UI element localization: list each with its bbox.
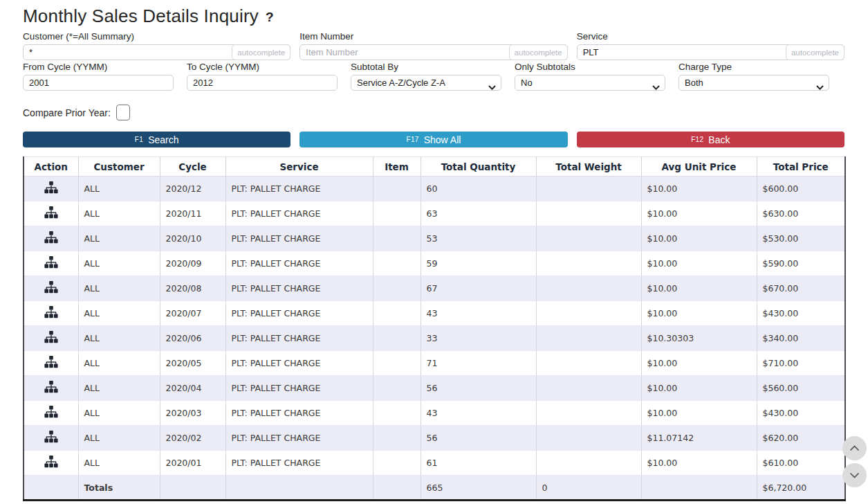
chevron-down-icon	[849, 470, 860, 480]
customer-cell: ALL	[78, 426, 160, 451]
drill-down-button[interactable]	[40, 354, 62, 372]
only-subtotals-field-group: Only Subtotals No	[515, 62, 665, 91]
to-cycle-input[interactable]	[187, 75, 338, 91]
total-weight-cell	[536, 251, 641, 276]
drill-down-button[interactable]	[40, 454, 62, 471]
total-weight-cell	[536, 201, 641, 226]
item-cell	[373, 326, 421, 351]
avg-unit-price-cell: $11.07142	[641, 426, 757, 451]
totals-action-cell	[24, 476, 78, 501]
avg-unit-price-cell: $10.00	[641, 401, 757, 426]
avg-unit-price-cell: $10.30303	[641, 326, 757, 351]
cycle-cell: 2020/03	[160, 401, 225, 426]
compare-prior-year-label: Compare Prior Year:	[23, 107, 111, 118]
drill-down-button[interactable]	[40, 429, 62, 447]
totals-service-cell	[225, 476, 373, 501]
total-quantity-cell: 59	[421, 251, 536, 276]
action-cell	[24, 251, 78, 276]
back-button-label: Back	[708, 134, 730, 145]
customer-field-group: Customer (*=All Summary) autocomplete	[23, 31, 290, 60]
sitemap-icon	[44, 210, 58, 221]
page-title: Monthly Sales Details Inquiry	[23, 6, 259, 27]
service-label: Service	[577, 31, 844, 42]
total-weight-cell	[536, 451, 641, 476]
scroll-down-button[interactable]	[842, 463, 867, 487]
page-header: Monthly Sales Details Inquiry ?	[23, 4, 844, 28]
total-price-cell: $600.00	[757, 177, 845, 201]
avg-unit-price-cell: $10.00	[641, 276, 757, 301]
only-subtotals-select[interactable]: No	[515, 75, 665, 91]
back-fkey: F12	[691, 136, 703, 143]
subtotal-by-label: Subtotal By	[351, 62, 501, 73]
drill-down-button[interactable]	[40, 255, 62, 272]
customer-cell: ALL	[78, 251, 160, 276]
total-weight-cell	[536, 226, 641, 251]
cycle-cell: 2020/04	[160, 376, 225, 401]
totals-item-cell	[373, 476, 421, 501]
charge-type-select[interactable]: Both	[678, 75, 829, 91]
to-cycle-label: To Cycle (YYMM)	[187, 62, 338, 73]
cycle-cell: 2020/11	[160, 201, 225, 226]
total-quantity-cell: 60	[421, 177, 536, 201]
from-cycle-input[interactable]	[23, 75, 174, 91]
service-cell: PLT: PALLET CHARGE	[225, 301, 373, 326]
drill-down-button[interactable]	[40, 379, 62, 397]
action-cell	[24, 376, 78, 401]
drill-down-button[interactable]	[40, 305, 62, 322]
results-table: Action Customer Cycle Service Item Total…	[23, 156, 846, 501]
show-all-fkey: F17	[407, 136, 419, 143]
column-header-total-weight: Total Weight	[536, 157, 641, 177]
charge-type-field-group: Charge Type Both	[678, 62, 829, 91]
total-price-cell: $620.00	[757, 426, 845, 451]
cycle-cell: 2020/10	[160, 226, 225, 251]
total-weight-cell	[536, 426, 641, 451]
drill-down-button[interactable]	[40, 404, 62, 422]
column-header-total-quantity: Total Quantity	[421, 157, 536, 177]
drill-down-button[interactable]	[40, 230, 62, 247]
totals-cycle-cell	[160, 476, 225, 501]
total-price-cell: $670.00	[757, 276, 845, 301]
compare-prior-year-checkbox[interactable]	[116, 105, 130, 120]
drill-down-button[interactable]	[40, 280, 62, 297]
drill-down-button[interactable]	[40, 330, 62, 347]
total-weight-cell	[536, 401, 641, 426]
scroll-up-button[interactable]	[842, 436, 867, 460]
service-cell: PLT: PALLET CHARGE	[225, 376, 373, 401]
sitemap-icon	[44, 235, 58, 246]
avg-unit-price-cell: $10.00	[641, 251, 757, 276]
help-icon[interactable]: ?	[266, 8, 274, 25]
total-weight-cell	[536, 326, 641, 351]
show-all-button[interactable]: F17 Show All	[299, 132, 567, 147]
customer-cell: ALL	[78, 351, 160, 376]
total-weight-cell	[536, 301, 641, 326]
drill-down-button[interactable]	[40, 180, 62, 197]
item-cell	[373, 226, 421, 251]
avg-unit-price-cell: $10.00	[641, 376, 757, 401]
subtotal-by-select[interactable]: Service A-Z/Cycle Z-A	[351, 75, 501, 91]
item-number-field-group: Item Number autocomplete	[299, 31, 567, 60]
service-cell: PLT: PALLET CHARGE	[225, 251, 373, 276]
table-row: ALL 2020/02 PLT: PALLET CHARGE 56 $11.07…	[24, 426, 845, 451]
total-price-cell: $340.00	[757, 326, 845, 351]
drill-down-button[interactable]	[40, 205, 62, 222]
action-cell	[24, 351, 78, 376]
search-button[interactable]: F1 Search	[23, 132, 290, 147]
table-header-row: Action Customer Cycle Service Item Total…	[24, 157, 845, 177]
total-quantity-cell: 43	[421, 301, 536, 326]
action-cell	[24, 226, 78, 251]
totals-weight-cell: 0	[536, 476, 641, 501]
table-row: ALL 2020/09 PLT: PALLET CHARGE 59 $10.00…	[24, 251, 845, 276]
charge-type-label: Charge Type	[678, 62, 829, 73]
item-cell	[373, 177, 421, 201]
avg-unit-price-cell: $10.00	[641, 451, 757, 476]
sitemap-icon	[44, 260, 58, 271]
service-cell: PLT: PALLET CHARGE	[225, 426, 373, 451]
from-cycle-label: From Cycle (YYMM)	[23, 62, 174, 73]
table-row: ALL 2020/07 PLT: PALLET CHARGE 43 $10.00…	[24, 301, 845, 326]
total-price-cell: $630.00	[757, 201, 845, 226]
show-all-button-label: Show All	[424, 134, 461, 145]
sitemap-icon	[44, 285, 58, 296]
total-price-cell: $560.00	[757, 376, 845, 401]
back-button[interactable]: F12 Back	[577, 132, 844, 147]
action-cell	[24, 177, 78, 201]
